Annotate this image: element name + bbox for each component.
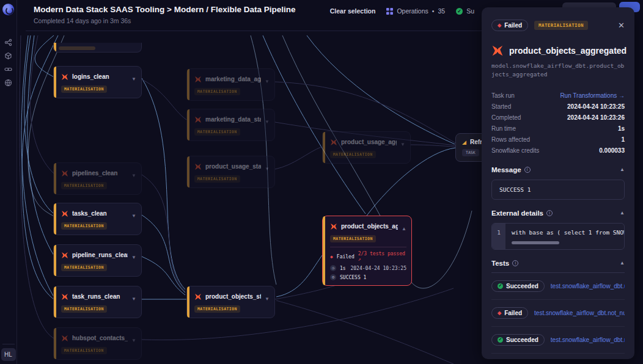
materialisation-badge: MATERIALISATION [61, 222, 107, 230]
chevron-down-icon[interactable]: ▼ [131, 213, 136, 219]
bullet: • [432, 7, 435, 15]
message-content: SUCCESS 1 [491, 180, 625, 200]
info-icon[interactable]: i [546, 210, 553, 216]
gear-icon: ⚙ [330, 274, 336, 280]
dbt-icon [194, 116, 202, 123]
failed-status-icon: ◆ [498, 23, 501, 28]
collapse-caret-icon[interactable]: ▲ [620, 210, 625, 216]
clock-icon: ◷ [330, 265, 336, 271]
materialisation-badge: MATERIALISATION [534, 21, 588, 30]
field-label: Task run [491, 92, 515, 99]
materialisation-badge: MATERIALISATION [330, 151, 376, 158]
clear-selection-button[interactable]: Clear selection [330, 7, 376, 15]
node-task-runs-clean[interactable]: task_runs_clean ▼ MATERIALISATION [53, 286, 142, 318]
node-pipelines-clean[interactable]: pipelines_clean ▼ MATERIALISATION [53, 162, 142, 195]
pipelines-graph-icon[interactable] [4, 38, 12, 46]
close-icon[interactable]: ✕ [618, 21, 625, 30]
node-product-usage-aggregated[interactable]: product_usage_aggregated ▼ MATERIALISATI… [322, 131, 411, 164]
node-marketing-data-staging[interactable]: marketing_data_staging ▼ MATERIALISATION [186, 109, 275, 141]
node-run-time: 1s [340, 266, 346, 271]
node-logins-clean[interactable]: logins_clean ▼ MATERIALISATION [53, 66, 142, 98]
field-label: Rows affected [491, 136, 530, 143]
node-title: product_objects_aggregated [341, 223, 398, 230]
test-status-badge: ✓ Succeeded [491, 280, 545, 292]
chevron-down-icon[interactable]: ▼ [265, 119, 270, 125]
node-title: marketing_data_staging [205, 116, 261, 123]
chevron-down-icon[interactable]: ▼ [265, 79, 270, 84]
model-path: model.snowflake_airflow_dbt.product_obje… [491, 62, 625, 79]
node-hubspot-contacts-clean[interactable]: hubspot_contacts_clean ▼ MATERIALISATION [53, 327, 142, 360]
node-product-objects-aggregated-selected[interactable]: product_objects_aggregated ▲ MATERIALISA… [322, 216, 412, 286]
node-title: product_usage_aggregated [341, 139, 397, 145]
success-check-icon: ✓ [498, 283, 503, 289]
field-label: Started [491, 103, 511, 110]
chevron-down-icon[interactable]: ▼ [131, 338, 136, 343]
collapse-caret-icon[interactable]: ▲ [620, 260, 625, 266]
test-status-badge: ◆ Failed [491, 307, 528, 319]
divider [330, 247, 406, 247]
materialisation-badge: MATERIALISATION [61, 86, 107, 93]
info-icon[interactable]: i [524, 167, 531, 173]
test-link[interactable]: test.snowflake_airflow_dbt.not_null_pr [551, 337, 625, 343]
collapse-caret-icon[interactable]: ▲ [620, 167, 625, 172]
materialisation-badge: MATERIALISATION [61, 182, 107, 189]
header: Modern Data Stack SAAS Tooling > Modern … [17, 0, 482, 31]
task-details-panel: ◆ Failed MATERIALISATION ✕ product_objec… [482, 7, 634, 359]
succeeded-filter[interactable]: ✓ Su [456, 7, 474, 15]
node-marketing-data-aggregated[interactable]: marketing_data_aggregated ▼ MATERIALISAT… [186, 68, 275, 101]
node-title: logins_clean [72, 73, 128, 80]
test-link[interactable]: test.snowflake_airflow_dbt.unique_pro [551, 283, 625, 289]
connections-link-icon[interactable] [4, 65, 12, 73]
chevron-down-icon[interactable]: ▼ [265, 166, 270, 172]
orchestra-logo[interactable] [2, 4, 14, 15]
breadcrumb: Modern Data Stack SAAS Tooling > Modern … [34, 5, 295, 14]
node-timestamp: 2024-04-24 10:23:25 [350, 266, 406, 271]
node-tasks-clean[interactable]: tasks_clean ▼ MATERIALISATION [53, 203, 142, 235]
external-details-heading: External details [491, 209, 543, 217]
horizontal-scrollbar[interactable] [512, 241, 559, 244]
integrations-cube-icon[interactable] [4, 52, 12, 60]
chevron-down-icon[interactable]: ▼ [131, 173, 136, 178]
success-check-icon: ✓ [456, 8, 463, 15]
dbt-icon [61, 293, 68, 300]
settings-globe-icon[interactable] [4, 79, 12, 87]
dbt-icon [194, 163, 202, 170]
chevron-down-icon[interactable]: ▼ [400, 142, 405, 147]
chart-warning-icon: ◢ [462, 139, 466, 145]
node-pipeline-runs-clean[interactable]: pipeline_runs_clean ▼ MATERIALISATION [53, 244, 142, 277]
dbt-icon [61, 73, 68, 81]
operations-filter[interactable]: Operations • 35 [386, 7, 445, 15]
node-partial-top[interactable] [53, 43, 142, 53]
test-status-label: Succeeded [506, 283, 538, 289]
node-product-usage-staging[interactable]: product_usage_staging ▼ MATERIALISATION [186, 156, 275, 188]
chevron-down-icon[interactable]: ▼ [265, 296, 270, 302]
test-status-badge: ✓ Succeeded [491, 334, 545, 346]
run-summary: Completed 14 days ago in 3m 36s [34, 17, 131, 24]
user-avatar[interactable]: HL [1, 348, 16, 361]
app-sidebar: HL [0, 0, 17, 364]
succeeded-label: Su [466, 7, 474, 15]
tests-summary[interactable]: 2/3 tests passed [358, 251, 405, 257]
test-link[interactable]: test.snowflake_airflow_dbt.not_null_pr [534, 310, 625, 316]
chevron-down-icon[interactable]: ▼ [131, 76, 136, 82]
test-status-label: Failed [504, 310, 522, 316]
external-link-icon[interactable]: ↗ [358, 257, 361, 262]
node-title: marketing_data_aggregated [205, 76, 261, 82]
materialisation-badge: MATERIALISATION [194, 305, 240, 313]
field-value: 0.000033 [599, 147, 625, 154]
header-divider [26, 31, 482, 31]
chevron-down-icon[interactable]: ▼ [131, 296, 136, 302]
field-row: Snowflake credits 0.000033 [491, 145, 625, 156]
info-icon[interactable]: i [512, 260, 518, 266]
dbt-icon [194, 76, 202, 83]
dbt-icon [194, 293, 202, 300]
test-row: ◆ Failed test.snowflake_airflow_dbt.not_… [491, 300, 625, 327]
materialisation-badge: MATERIALISATION [194, 175, 240, 183]
line-number: 1 [492, 224, 505, 249]
chevron-down-icon[interactable]: ▼ [131, 255, 136, 260]
failed-status-icon: ◆ [498, 310, 501, 316]
chevron-up-icon[interactable]: ▲ [402, 226, 406, 231]
node-product-objects-staging[interactable]: product_objects_staging ▼ MATERIALISATIO… [186, 286, 275, 318]
node-title: pipeline_runs_clean [72, 252, 128, 258]
task-run-link[interactable]: Run Transformations → [560, 92, 625, 99]
